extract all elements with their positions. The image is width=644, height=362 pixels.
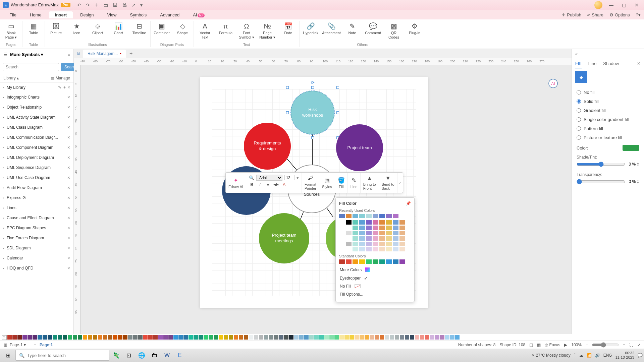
sidebar-item[interactable]: UML Use Case Diagram× xyxy=(0,173,73,183)
font-size-input[interactable] xyxy=(284,175,294,180)
color-swatch[interactable] xyxy=(379,214,385,218)
colorstrip-swatch[interactable] xyxy=(17,335,22,340)
sidebar-item[interactable]: UML Deployment Diagram× xyxy=(0,153,73,163)
item-close-icon[interactable]: × xyxy=(67,205,70,210)
add-tab-icon[interactable]: + xyxy=(129,51,132,57)
color-swatch[interactable] xyxy=(386,231,392,235)
colorstrip-swatch[interactable] xyxy=(350,335,354,340)
colorstrip-swatch[interactable] xyxy=(53,335,57,340)
color-swatch[interactable] xyxy=(393,220,398,225)
ribbon-timeline[interactable]: ⊟Timeline xyxy=(130,21,148,36)
color-swatch[interactable] xyxy=(346,242,352,246)
eyedropper-option[interactable]: Eyedropper⤢ xyxy=(339,274,411,282)
colorstrip-swatch[interactable] xyxy=(128,335,132,340)
colorstrip-swatch[interactable] xyxy=(98,335,102,340)
ribbon-formula[interactable]: πFormula xyxy=(217,21,235,36)
undo-icon[interactable]: ↶ xyxy=(77,2,81,8)
item-close-icon[interactable]: × xyxy=(67,95,70,100)
colorstrip-swatch[interactable] xyxy=(183,335,188,340)
colorstrip-swatch[interactable] xyxy=(304,335,309,340)
colorstrip-swatch[interactable] xyxy=(239,335,243,340)
sidebar-item[interactable]: Cause and Effect Diagram× xyxy=(0,213,73,223)
color-swatch[interactable] xyxy=(366,226,372,230)
colorstrip-swatch[interactable] xyxy=(254,335,258,340)
colorstrip-swatch[interactable] xyxy=(259,335,263,340)
color-swatch[interactable] xyxy=(379,220,385,225)
colorstrip-swatch[interactable] xyxy=(133,335,138,340)
colorstrip-swatch[interactable] xyxy=(204,335,208,340)
ribbon-page-number-[interactable]: №Page Number ▾ xyxy=(258,21,276,40)
font-color-button[interactable]: A xyxy=(281,182,287,187)
font-family-select[interactable]: Arial xyxy=(256,175,282,181)
resize-handle[interactable] xyxy=(311,86,314,89)
color-swatch[interactable] xyxy=(373,214,378,218)
sidebar-item[interactable]: Express-G× xyxy=(0,193,73,203)
color-swatch[interactable] xyxy=(346,231,352,235)
colorstrip-swatch[interactable] xyxy=(269,335,273,340)
colorstrip-swatch[interactable] xyxy=(189,335,193,340)
color-swatch[interactable] xyxy=(373,236,378,241)
color-swatch[interactable] xyxy=(359,231,365,235)
colorstrip-swatch[interactable] xyxy=(274,335,278,340)
color-swatch[interactable] xyxy=(399,247,405,251)
colorstrip-swatch[interactable] xyxy=(73,335,77,340)
shade-slider[interactable] xyxy=(577,162,625,167)
colorstrip-swatch[interactable] xyxy=(405,335,409,340)
color-swatch[interactable] xyxy=(359,247,365,251)
colorstrip-swatch[interactable] xyxy=(22,335,27,340)
maximize-icon[interactable]: ▢ xyxy=(619,2,629,8)
color-swatch[interactable] xyxy=(379,247,385,251)
format-painter-button[interactable]: 🖌Format Painter xyxy=(302,173,319,193)
colorstrip-swatch[interactable] xyxy=(28,335,32,340)
color-swatch[interactable] xyxy=(373,247,378,251)
colorstrip-swatch[interactable] xyxy=(148,335,153,340)
colorstrip-swatch[interactable] xyxy=(143,335,148,340)
resize-handle[interactable] xyxy=(336,111,339,114)
sidebar-item[interactable]: Calendar× xyxy=(0,253,73,263)
color-swatch[interactable] xyxy=(386,236,392,241)
colorstrip-swatch[interactable] xyxy=(360,335,364,340)
minimize-icon[interactable]: — xyxy=(606,2,616,8)
mylib-close-icon[interactable]: × xyxy=(68,85,70,90)
mylib-edit-icon[interactable]: ✎ xyxy=(58,85,61,90)
canvas-viewport[interactable]: ⟳ Risk workshops Requirements & design xyxy=(80,65,572,334)
color-swatch[interactable] xyxy=(366,214,372,218)
colorstrip-swatch[interactable] xyxy=(43,335,47,340)
ribbon-comment[interactable]: 💬Comment xyxy=(364,21,382,36)
color-swatch[interactable] xyxy=(399,231,405,235)
colorstrip-swatch[interactable] xyxy=(78,335,82,340)
shade-stepper[interactable]: ▲▼ xyxy=(637,162,639,167)
fill-button[interactable]: 🪣Fill xyxy=(335,173,348,193)
add-page-icon[interactable]: + xyxy=(34,343,36,347)
tray-chevron-icon[interactable]: ˄ xyxy=(574,353,576,358)
menu-design[interactable]: Design xyxy=(74,11,100,18)
item-close-icon[interactable]: × xyxy=(67,175,70,180)
ribbon-table[interactable]: ▦Table xyxy=(24,21,43,36)
colorstrip-swatch[interactable] xyxy=(93,335,97,340)
color-swatch[interactable] xyxy=(359,236,365,241)
ribbon-plug-in[interactable]: ⚙Plug-in xyxy=(406,21,424,36)
ribbon-font-symbol-[interactable]: ΩFont Symbol ▾ xyxy=(237,21,256,40)
resize-handle[interactable] xyxy=(311,136,314,139)
colorstrip-swatch[interactable] xyxy=(163,335,168,340)
colorstrip-swatch[interactable] xyxy=(279,335,283,340)
menu-ai[interactable]: AIhot xyxy=(187,11,211,18)
colorstrip-swatch[interactable] xyxy=(88,335,92,340)
item-close-icon[interactable]: × xyxy=(67,225,70,231)
tray-wifi-icon[interactable]: 📶 xyxy=(587,353,592,358)
new-icon[interactable]: ✧ xyxy=(95,2,99,8)
resize-handle[interactable] xyxy=(286,86,289,89)
color-swatch[interactable] xyxy=(339,242,345,246)
sidebar-item[interactable]: EPC Diagram Shapes× xyxy=(0,223,73,233)
colorstrip-swatch[interactable] xyxy=(309,335,314,340)
item-close-icon[interactable]: × xyxy=(67,145,70,150)
publish-button[interactable]: ✈ Publish xyxy=(562,12,581,17)
colorstrip-swatch[interactable] xyxy=(410,335,414,340)
color-swatch[interactable] xyxy=(359,259,365,264)
color-swatch[interactable] xyxy=(366,231,372,235)
item-close-icon[interactable]: × xyxy=(67,135,70,140)
sidebar-item[interactable]: UML Component Diagram× xyxy=(0,142,73,153)
color-swatch[interactable] xyxy=(359,214,365,218)
color-swatch[interactable] xyxy=(386,214,392,218)
color-swatch[interactable] xyxy=(399,226,405,230)
